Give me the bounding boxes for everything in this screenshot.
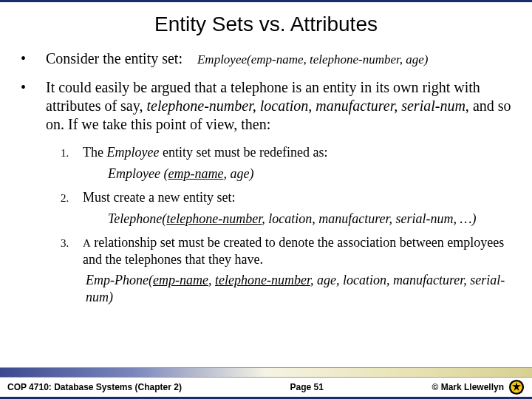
t-u: emp-name — [153, 273, 208, 287]
slide-title: Entity Sets vs. Attributes — [0, 13, 532, 36]
item-2-num: 2. — [61, 192, 83, 205]
t-u: telephone-number — [215, 273, 310, 287]
bullet-1-def: Employee(emp-name, telephone-number, age… — [197, 52, 429, 66]
bullet-1: • Consider the entity set: Employee(emp-… — [21, 50, 511, 68]
footer-course: COP 4710: Database Systems (Chapter 2) — [7, 382, 182, 392]
item-3-sub: Emp-Phone(emp-name, telephone-number, ag… — [86, 272, 511, 305]
t: , age) — [223, 166, 253, 181]
item-1: 1. The Employee entity set must be redef… — [61, 144, 511, 161]
bullet-2-text: It could easily be argued that a telepho… — [46, 78, 511, 134]
footer-bar: COP 4710: Database Systems (Chapter 2) P… — [0, 378, 532, 397]
bullet-2-italic: telephone-number, location, manufacturer… — [146, 98, 468, 114]
bullet-1-text: Consider the entity set: Employee(emp-na… — [46, 50, 511, 68]
bullet-marker: • — [21, 50, 46, 68]
item-2: 2. Must create a new entity set: — [61, 189, 511, 206]
gradient-bar — [0, 367, 532, 378]
t-u: emp-name — [168, 166, 223, 181]
t-it: Employee — [106, 145, 159, 160]
item-3-text: A relationship set must be created to de… — [83, 234, 511, 267]
footer-page: Page 51 — [182, 382, 432, 392]
footer-copyright: © Mark Llewellyn — [432, 379, 525, 395]
item-3-num: 3. — [61, 237, 83, 250]
item-1-text: The Employee entity set must be redefine… — [83, 144, 511, 161]
item-3: 3. A relationship set must be created to… — [61, 234, 511, 267]
t-small: A — [83, 237, 91, 249]
t: , location, manufacturer, serial-num, …) — [262, 211, 476, 226]
bullet-marker: • — [21, 78, 46, 97]
t: relationship set must be created to deno… — [83, 235, 504, 267]
bullet-2: • It could easily be argued that a telep… — [21, 78, 511, 134]
t-u: telephone-number — [166, 211, 262, 226]
t: Telephone( — [108, 211, 166, 226]
top-border — [0, 0, 532, 2]
slide-content: • Consider the entity set: Employee(emp-… — [0, 50, 532, 305]
footer: COP 4710: Database Systems (Chapter 2) P… — [0, 367, 532, 399]
t: entity set must be redefined as: — [159, 145, 327, 160]
t: , — [208, 273, 215, 287]
item-1-sub: Employee (emp-name, age) — [108, 166, 511, 183]
t: Emp-Phone( — [86, 273, 153, 287]
numbered-list: 1. The Employee entity set must be redef… — [61, 144, 511, 305]
copyright-text: © Mark Llewellyn — [432, 382, 504, 392]
item-1-num: 1. — [61, 147, 83, 160]
ucf-logo-icon — [508, 379, 525, 395]
item-2-sub: Telephone(telephone-number, location, ma… — [108, 211, 511, 228]
t: Employee ( — [108, 166, 168, 181]
item-2-text: Must create a new entity set: — [83, 189, 511, 206]
bullet-1-lead: Consider the entity set: — [46, 50, 183, 66]
t: The — [83, 145, 106, 160]
